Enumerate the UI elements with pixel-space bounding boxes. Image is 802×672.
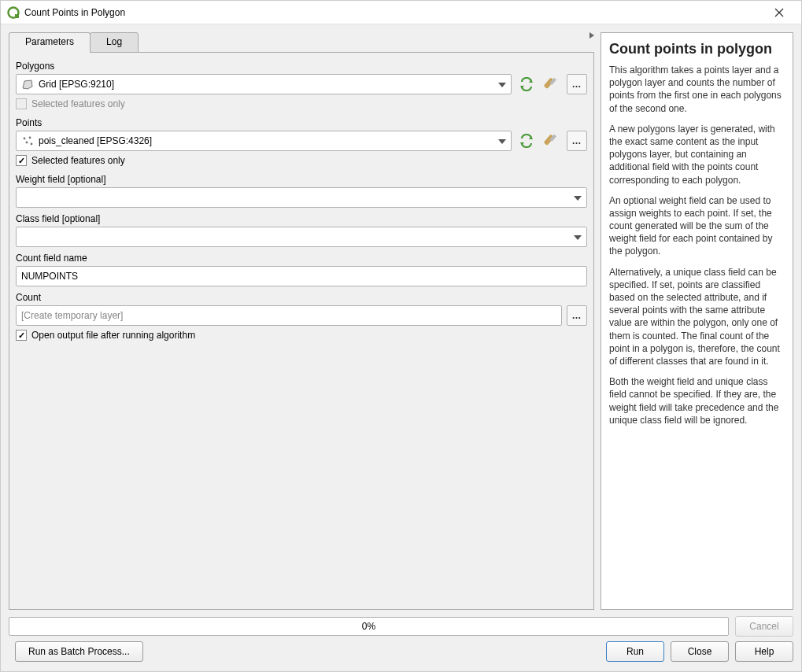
svg-rect-1: [15, 14, 19, 18]
weight-field-combo[interactable]: [16, 187, 587, 208]
window-title: Count Points in Polygon: [24, 7, 763, 18]
class-field-label: Class field [optional]: [16, 213, 587, 224]
dialog-window: Count Points in Polygon Parameters Log P…: [0, 0, 802, 672]
titlebar: Count Points in Polygon: [1, 1, 801, 24]
footer: 0% Cancel Run as Batch Process... Run Cl…: [1, 611, 801, 671]
svg-marker-15: [498, 139, 506, 144]
cancel-button: Cancel: [735, 616, 793, 637]
count-field-name-label: Count field name: [16, 253, 587, 264]
tab-parameters[interactable]: Parameters: [9, 32, 91, 53]
svg-point-12: [29, 137, 31, 139]
chevron-down-icon: [574, 231, 582, 242]
chevron-down-icon: [498, 135, 506, 146]
tab-log[interactable]: Log: [90, 32, 139, 53]
ellipsis-icon: …: [572, 135, 582, 146]
content-area: Parameters Log Polygons Grid [EPSG:9210]: [1, 24, 801, 611]
polygon-layer-icon: [21, 79, 34, 90]
open-output-checkbox[interactable]: [16, 330, 27, 341]
svg-marker-5: [23, 80, 32, 89]
point-layer-icon: [21, 135, 34, 146]
run-button[interactable]: Run: [606, 641, 664, 662]
ellipsis-icon: …: [572, 310, 582, 321]
count-output-input[interactable]: [Create temporary layer]: [16, 305, 562, 326]
weight-field-label: Weight field [optional]: [16, 174, 587, 185]
polygons-combo[interactable]: Grid [EPSG:9210]: [16, 74, 512, 94]
polygons-selected-only-label: Selected features only: [31, 98, 125, 109]
help-paragraph: Both the weight field and unique class f…: [609, 375, 785, 426]
svg-marker-21: [574, 235, 582, 240]
count-field-name-input[interactable]: [16, 266, 587, 286]
tabbar: Parameters Log: [9, 32, 594, 53]
qgis-icon: [7, 6, 20, 19]
chevron-down-icon: [574, 192, 582, 203]
points-value: pois_cleaned [EPSG:4326]: [39, 135, 152, 146]
svg-marker-6: [498, 83, 506, 87]
progress-bar: 0%: [9, 617, 729, 636]
help-paragraph: An optional weight field can be used to …: [609, 194, 785, 258]
close-button[interactable]: Close: [671, 641, 729, 662]
count-output-placeholder: [Create temporary layer]: [21, 310, 123, 321]
svg-point-11: [24, 138, 26, 140]
help-title: Count points in polygon: [609, 41, 785, 57]
polygons-label: Polygons: [16, 61, 587, 72]
polygons-value: Grid [EPSG:9210]: [39, 79, 114, 90]
points-selected-only-label: Selected features only: [31, 155, 125, 166]
polygons-selected-only-checkbox: [16, 98, 27, 109]
points-iterate-button[interactable]: [516, 131, 537, 151]
open-output-label: Open output file after running algorithm: [31, 330, 195, 341]
points-label: Points: [16, 117, 587, 128]
points-combo[interactable]: pois_cleaned [EPSG:4326]: [16, 131, 512, 151]
count-output-label: Count: [16, 292, 587, 303]
ellipsis-icon: …: [572, 79, 582, 90]
polygons-advanced-button[interactable]: [541, 74, 562, 94]
count-field-name-text[interactable]: [21, 271, 582, 282]
points-selected-only-checkbox[interactable]: [16, 155, 27, 166]
chevron-down-icon: [498, 79, 506, 90]
count-output-browse-button[interactable]: …: [567, 305, 587, 326]
svg-marker-20: [574, 196, 582, 201]
help-paragraph: Alternatively, a unique class field can …: [609, 266, 785, 368]
polygons-iterate-button[interactable]: [516, 74, 537, 94]
points-advanced-button[interactable]: [541, 131, 562, 151]
parameters-panel: Polygons Grid [EPSG:9210]: [9, 52, 594, 610]
svg-point-13: [26, 142, 28, 144]
points-browse-button[interactable]: …: [567, 131, 587, 151]
close-icon[interactable]: [763, 1, 795, 24]
help-button[interactable]: Help: [735, 641, 793, 662]
help-paragraph: This algorithm takes a points layer and …: [609, 64, 785, 115]
svg-point-14: [31, 143, 33, 146]
progress-text: 0%: [362, 621, 375, 632]
left-panel: Parameters Log Polygons Grid [EPSG:9210]: [9, 32, 594, 610]
class-field-combo[interactable]: [16, 227, 587, 247]
help-panel: Count points in polygon This algorithm t…: [601, 32, 793, 610]
help-paragraph: A new polygons layer is generated, with …: [609, 123, 785, 186]
polygons-browse-button[interactable]: …: [567, 74, 587, 94]
run-batch-button[interactable]: Run as Batch Process...: [15, 641, 143, 662]
